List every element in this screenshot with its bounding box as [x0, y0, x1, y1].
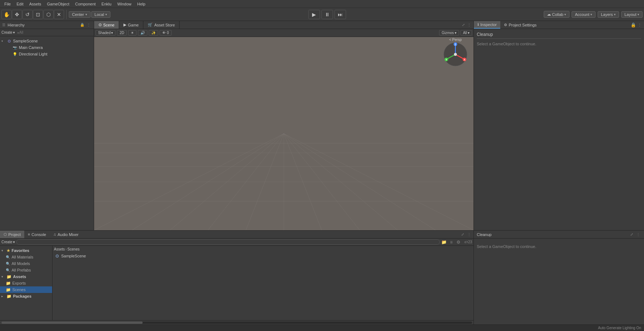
scene-toolbar: Shaded ▾ 2D ☀ 🔊 ✨ 👁 0 Gizmos ▾ All ▾: [94, 29, 473, 37]
pivot-dropdown[interactable]: Center ▾: [69, 11, 91, 18]
scenes-label: Scenes: [12, 287, 26, 292]
menu-assets[interactable]: Assets: [26, 1, 44, 7]
layout-button[interactable]: Layout ▾: [621, 11, 643, 18]
hierarchy-search-input[interactable]: [17, 30, 92, 34]
hierarchy-create-button[interactable]: Create ▾: [1, 30, 15, 34]
scale-tool-button[interactable]: ⊡: [33, 10, 43, 19]
layers-button[interactable]: Layers ▾: [598, 11, 619, 18]
tree-item-allmodels[interactable]: 🔍 All Models: [0, 260, 52, 267]
scene-panel-maximize-button[interactable]: ⤢: [460, 22, 466, 28]
tree-item-allmaterials[interactable]: 🔍 All Materials: [0, 254, 52, 260]
menu-component[interactable]: Component: [72, 1, 98, 7]
inspector-tab-label: Inspector: [480, 22, 497, 27]
inspector-tab-inspector[interactable]: ℹ Inspector: [474, 21, 500, 29]
tree-item-exports[interactable]: 📁 Exports: [0, 280, 52, 286]
cleanup-more-button[interactable]: ⋮: [635, 232, 641, 237]
hierarchy-more-button[interactable]: ⋮: [86, 22, 92, 28]
scene-view-area[interactable]: Z X Y < Persp: [94, 37, 473, 230]
inspector-tab-projectsettings[interactable]: ⚙ Project Settings: [500, 21, 540, 29]
bottom-tab-project[interactable]: ⬡ Project: [0, 231, 24, 238]
exports-folder-icon: 📁: [6, 281, 11, 286]
menu-edit[interactable]: Edit: [14, 1, 26, 7]
tree-item-allprefabs[interactable]: 🔍 All Prefabs: [0, 267, 52, 273]
scene-panel-more-button[interactable]: ⋮: [466, 22, 472, 28]
favorites-star-icon: ★: [7, 248, 10, 253]
tree-item-assets[interactable]: ▾ 📁 Assets: [0, 273, 52, 280]
account-button[interactable]: Account ▾: [572, 11, 595, 18]
project-settings-button[interactable]: ⚙: [456, 239, 462, 245]
hidden-objects-button[interactable]: 👁 0: [160, 30, 171, 36]
project-folder-view-button[interactable]: 📁: [441, 239, 447, 245]
breadcrumb: Assets › Scenes: [54, 247, 472, 251]
gizmos-dropdown[interactable]: Gizmos ▾: [439, 30, 459, 36]
scene-tab-game[interactable]: ▶ Game: [119, 21, 143, 29]
audio-button[interactable]: 🔊: [138, 30, 147, 36]
project-scrollbar-track[interactable]: [1, 322, 472, 324]
project-search-input[interactable]: [16, 239, 440, 245]
project-list-view-button[interactable]: ≡: [449, 239, 454, 245]
breadcrumb-assets[interactable]: Assets: [54, 247, 65, 251]
inspector-lock-button[interactable]: 🔒: [630, 22, 636, 28]
effects-button[interactable]: ✨: [149, 30, 158, 36]
twod-button[interactable]: 2D: [117, 30, 127, 36]
allmodels-label: All Models: [12, 261, 30, 266]
game-tab-icon: ▶: [123, 22, 126, 27]
breadcrumb-scenes[interactable]: Scenes: [67, 247, 79, 251]
bottom-tab-console[interactable]: ≡ Console: [24, 231, 50, 238]
menu-window[interactable]: Window: [114, 1, 134, 7]
gizmo-container[interactable]: Z X Y < Persp: [441, 41, 470, 70]
hierarchy-panel-icons: 🔒 ⋮: [79, 22, 92, 28]
project-scrollbar[interactable]: [0, 320, 473, 324]
hierarchy-item-maincamera[interactable]: ▾ 📷 Main Camera: [0, 44, 94, 51]
transform-tool-button[interactable]: ✕: [54, 10, 64, 19]
hand-tool-button[interactable]: ✋: [1, 10, 12, 19]
tree-item-scenes[interactable]: 📁 Scenes: [0, 286, 52, 293]
favorites-label: Favorites: [12, 248, 29, 253]
project-panel-more-button[interactable]: ⋮: [466, 232, 472, 237]
project-files-area: Assets › Scenes ⊙ SampleScene: [52, 246, 473, 320]
scene-tab-assetstore[interactable]: 🛒 Asset Store: [143, 21, 180, 29]
collab-button[interactable]: ☁ Collab ▾: [544, 11, 569, 18]
lights-button[interactable]: ☀: [128, 30, 136, 36]
space-dropdown[interactable]: Local ▾: [91, 11, 110, 18]
maincamera-expand-arrow: ▾: [7, 46, 12, 49]
tree-item-favorites[interactable]: ▾ ★ Favorites: [0, 247, 52, 254]
samplescene-file-icon: ⊙: [55, 253, 59, 258]
play-button[interactable]: ▶: [308, 10, 320, 19]
playcontrols: ▶ ⏸ ⏭: [308, 10, 346, 19]
all-label: All: [463, 31, 467, 35]
shaded-dropdown[interactable]: Shaded ▾: [96, 30, 115, 36]
rect-tool-button[interactable]: ⬡: [43, 10, 54, 19]
cleanup-top-icons: ⤢ ⋮: [629, 232, 641, 237]
directionallight-expand-arrow: ▾: [7, 53, 12, 56]
scene-tab-scene[interactable]: ⊙ Scene: [94, 21, 119, 29]
shaded-label: Shaded: [98, 31, 110, 35]
step-button[interactable]: ⏭: [334, 10, 346, 19]
menu-gameobject[interactable]: GameObject: [44, 1, 72, 7]
pause-button[interactable]: ⏸: [321, 10, 333, 19]
move-tool-button[interactable]: ✥: [12, 10, 22, 19]
hierarchy-lock-button[interactable]: 🔒: [79, 22, 85, 28]
layers-label: Layers: [601, 12, 613, 17]
inspector-more-button[interactable]: ⋮: [637, 22, 643, 28]
project-create-button[interactable]: Create ▾: [1, 240, 15, 244]
project-scrollbar-thumb[interactable]: [1, 322, 143, 324]
project-panel-maximize-button[interactable]: ⤢: [460, 232, 466, 237]
allmodels-search-icon: 🔍: [6, 262, 10, 266]
menu-help[interactable]: Help: [134, 1, 148, 7]
bottom-tab-audiomixer[interactable]: ♫ Audio Mixer: [50, 231, 82, 238]
hierarchy-item-directionallight[interactable]: ▾ 💡 Directional Light: [0, 51, 94, 57]
packages-label: Packages: [13, 294, 31, 298]
cleanup-maximize-button[interactable]: ⤢: [629, 232, 635, 237]
rotate-tool-button[interactable]: ↺: [22, 10, 33, 19]
tree-item-packages[interactable]: ▸ 📁 Packages: [0, 293, 52, 299]
assets-expand-arrow: ▾: [1, 275, 6, 278]
hierarchy-item-samplescene[interactable]: ▾ ⊙ SampleScene: [0, 38, 94, 44]
bottom-area: ⬡ Project ≡ Console ♫ Audio Mixer ⤢ ⋮ Cr…: [0, 230, 644, 324]
menu-enklu[interactable]: Enklu: [98, 1, 114, 7]
all-dropdown[interactable]: All ▾: [460, 30, 472, 36]
file-item-samplescene[interactable]: ⊙ SampleScene: [54, 253, 472, 259]
project-tab-label: Project: [8, 232, 21, 237]
scenes-folder-icon: 📁: [6, 287, 11, 292]
menu-file[interactable]: File: [1, 1, 14, 7]
